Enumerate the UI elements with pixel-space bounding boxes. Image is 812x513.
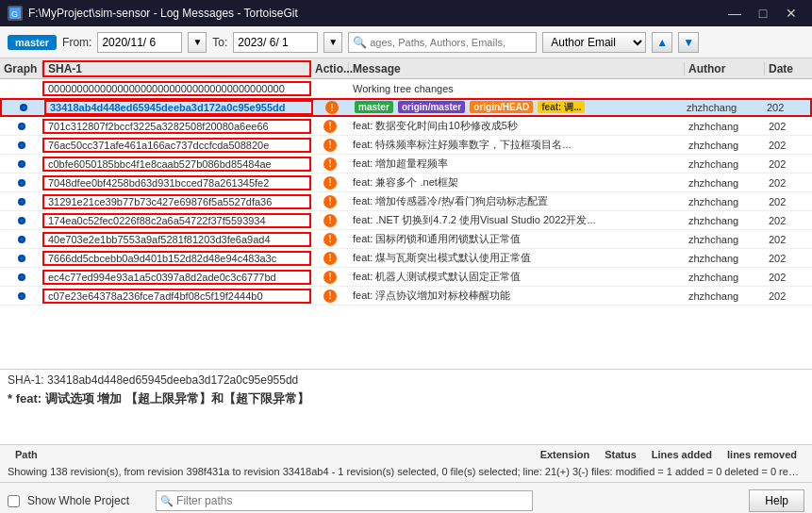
graph-cell-2: [0, 123, 42, 130]
table-header: Graph SHA-1 Actio... Message Author Date: [0, 58, 812, 79]
log-table-container: Graph SHA-1 Actio... Message Author Date…: [0, 58, 812, 370]
sha-cell-1: 33418ab4d448ed65945deeba3d172a0c95e955dd: [44, 100, 313, 115]
message-cell-5: feat: 兼容多个 .net框架: [349, 175, 685, 190]
graph-cell-11: [0, 292, 42, 300]
message-cell-2: feat: 数据变化时间由10秒修改成5秒: [349, 119, 685, 133]
filter-type-dropdown[interactable]: Author Email: [542, 32, 646, 53]
table-row[interactable]: 701c312807f2bccf3225a3282508f20080a6ee66…: [0, 117, 812, 136]
sha-cell-10: ec4c77ed994e93a1a5c0397a8d2ade0c3c6777bd: [42, 270, 311, 285]
table-row[interactable]: ec4c77ed994e93a1a5c0397a8d2ade0c3c6777bd…: [0, 268, 812, 287]
action-cell-7: !: [311, 214, 349, 227]
path-col-header: Path: [8, 447, 45, 464]
message-cell-11: feat: 浮点协议增加对标校棒醒功能: [349, 289, 685, 303]
help-button[interactable]: Help: [749, 489, 804, 512]
sha-cell-11: c07e23e64378a236fce7adf4bf08c5f19f2444b0: [42, 289, 311, 304]
header-author: Author: [685, 62, 765, 75]
author-cell-8: zhzhchang: [685, 234, 765, 245]
to-label: To:: [212, 36, 227, 49]
message-cell-1: master origin/master origin/HEAD feat: 调…: [351, 101, 683, 114]
sha-cell-3: 76ac50cc371afe461a166ac737dccfcda508820e: [42, 138, 311, 153]
action-cell-4: !: [311, 157, 349, 171]
minimize-button[interactable]: —: [721, 0, 748, 26]
table-body: 0000000000000000000000000000000000000000…: [0, 79, 812, 369]
table-row[interactable]: 31291e21ce39b77b73c427e69876f5a5527dfa36…: [0, 192, 812, 211]
table-row[interactable]: 174ea0c52fec0226f88c2a6a54722f37f5593934…: [0, 211, 812, 230]
from-date-picker-button[interactable]: ▼: [188, 32, 207, 53]
table-row[interactable]: 33418ab4d448ed65945deeba3d172a0c95e955dd…: [0, 98, 812, 117]
status-bar: Path Extension Status Lines added lines …: [0, 445, 812, 483]
close-button[interactable]: ✕: [778, 0, 804, 26]
filter-search-box: 🔍: [156, 490, 533, 511]
date-cell-1: 202: [763, 102, 810, 113]
date-cell-8: 202: [765, 234, 812, 245]
message-cell-10: feat: 机器人测试模式默认固定正常值: [349, 270, 685, 284]
filter-panel: Show Whole Project 🔍 Help All Branches: [0, 483, 812, 513]
from-label: From:: [62, 36, 91, 49]
date-cell-7: 202: [765, 215, 812, 226]
message-cell-3: feat: 特殊频率标注好频率数字，下拉框项目名...: [349, 138, 685, 152]
graph-cell-6: [0, 198, 42, 206]
show-whole-project-label: Show Whole Project: [27, 494, 129, 507]
log-table: Graph SHA-1 Actio... Message Author Date…: [0, 58, 812, 369]
author-cell-10: zhzhchang: [685, 272, 765, 283]
message-cell-6: feat: 增加传感器冷/热/看门狗启动标志配置: [349, 194, 685, 208]
table-row[interactable]: 76ac50cc371afe461a166ac737dccfcda508820e…: [0, 136, 812, 155]
detail-panel: SHA-1: 33418ab4d448ed65945deeba3d172a0c9…: [0, 370, 812, 445]
from-date-input[interactable]: [97, 32, 182, 53]
table-row[interactable]: c0bfe6050185bbc4f1e8caab527b086bd85484ae…: [0, 155, 812, 174]
sha-cell-2: 701c312807f2bccf3225a3282508f20080a6ee66: [42, 119, 311, 134]
to-date-picker-button[interactable]: ▼: [323, 32, 342, 53]
svg-text:G: G: [11, 9, 18, 19]
window-title: F:\MyProject\sim-sensor - Log Messages -…: [28, 7, 298, 20]
graph-cell-10: [0, 273, 42, 281]
table-row[interactable]: 40e703e2e1bb7553a9af5281f81203d3fe6a9ad4…: [0, 230, 812, 249]
maximize-button[interactable]: □: [750, 0, 776, 26]
action-cell-10: !: [311, 271, 349, 284]
action-cell-8: !: [311, 233, 349, 246]
table-row[interactable]: c07e23e64378a236fce7adf4bf08c5f19f2444b0…: [0, 287, 812, 306]
author-cell-4: zhzhchang: [685, 158, 765, 170]
search-box: 🔍: [348, 32, 537, 53]
date-cell-5: 202: [765, 177, 812, 189]
sha-cell-8: 40e703e2e1bb7553a9af5281f81203d3fe6a9ad4: [42, 232, 311, 247]
message-cell-9: feat: 煤与瓦斯突出模式默认使用正常值: [349, 251, 685, 265]
graph-cell-3: [0, 141, 42, 149]
date-cell-3: 202: [765, 140, 812, 151]
author-cell-2: zhzhchang: [685, 121, 765, 132]
lines-removed-col-header: lines removed: [720, 447, 804, 464]
date-cell-10: 202: [765, 272, 812, 283]
graph-cell-5: [0, 179, 42, 187]
table-row[interactable]: 0000000000000000000000000000000000000000…: [0, 79, 812, 98]
navigate-up-button[interactable]: ▲: [652, 32, 672, 53]
to-date-input[interactable]: [233, 32, 318, 53]
app-icon: G: [8, 6, 23, 21]
show-whole-project-checkbox[interactable]: [8, 495, 20, 507]
author-cell-9: zhzhchang: [685, 253, 765, 264]
action-cell-1: !: [313, 101, 351, 114]
action-cell-9: !: [311, 252, 349, 265]
graph-cell-4: [0, 160, 42, 168]
filter-paths-input[interactable]: [176, 494, 528, 507]
sha-cell-7: 174ea0c52fec0226f88c2a6a54722f37f5593934: [42, 213, 311, 228]
lines-added-col-header: Lines added: [644, 447, 720, 464]
title-bar: G F:\MyProject\sim-sensor - Log Messages…: [0, 0, 812, 26]
date-cell-6: 202: [765, 196, 812, 207]
status-info-text: Showing 138 revision(s), from revision 3…: [8, 464, 804, 481]
sha-cell-6: 31291e21ce39b77b73c427e69876f5a5527dfa36: [42, 194, 311, 209]
search-input[interactable]: [370, 37, 532, 48]
branch-badge: master: [8, 35, 57, 50]
table-row[interactable]: 7048dfee0bf4258bd63d931bcced78a261345fe2…: [0, 174, 812, 192]
navigate-down-button[interactable]: ▼: [678, 32, 699, 53]
sha-cell-9: 7666dd5cbcebb0a9d401b152d82d48e94c483a3c: [42, 251, 311, 266]
toolbar: master From: ▼ To: ▼ 🔍 Author Email ▲ ▼: [0, 26, 812, 58]
search-icon: 🔍: [353, 36, 367, 49]
date-cell-2: 202: [765, 121, 812, 132]
date-cell-9: 202: [765, 253, 812, 264]
message-cell-7: feat: .NET 切换到4.7.2 使用Visual Studio 2022…: [349, 213, 685, 227]
date-cell-4: 202: [765, 158, 812, 170]
graph-cell-7: [0, 217, 42, 224]
action-cell-5: !: [311, 176, 349, 190]
table-row[interactable]: 7666dd5cbcebb0a9d401b152d82d48e94c483a3c…: [0, 249, 812, 268]
filter-search-icon: 🔍: [160, 495, 174, 507]
graph-cell-9: [0, 255, 42, 262]
